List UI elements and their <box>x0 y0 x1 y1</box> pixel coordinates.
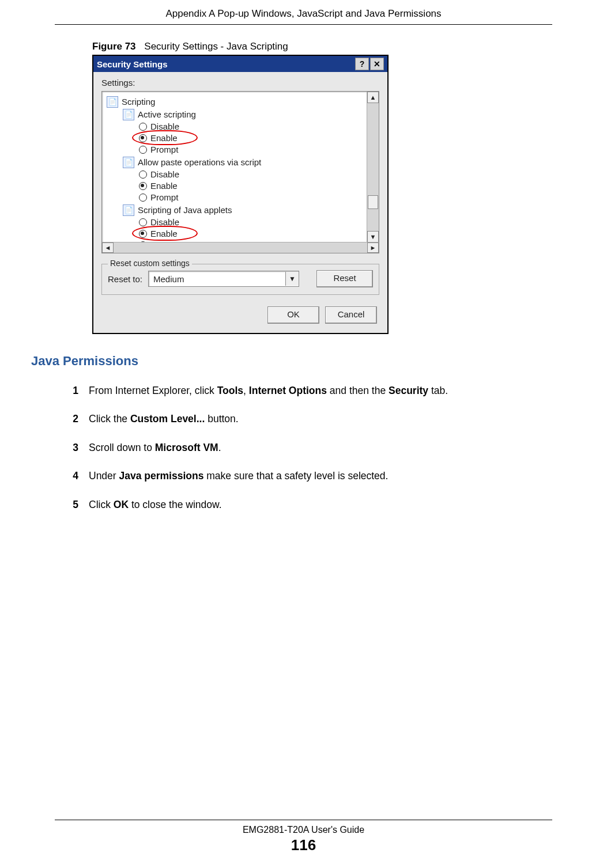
option-label: Disable <box>150 217 179 228</box>
security-settings-dialog: Security Settings ? ✕ Settings: 📄 Script… <box>92 55 389 334</box>
step-text: Click the Custom Level... button. <box>89 412 556 426</box>
page-number: 116 <box>0 836 607 854</box>
radio-icon <box>139 170 147 179</box>
vertical-scrollbar[interactable]: ▲ ▼ <box>367 92 379 242</box>
reset-fieldset: Reset custom settings Reset to: Medium ▼… <box>101 264 379 295</box>
radio-option[interactable]: Disable <box>139 217 374 228</box>
scroll-down-button[interactable]: ▼ <box>367 231 379 242</box>
settings-listbox[interactable]: 📄 Scripting 📄 Active scripting Disable E… <box>101 91 379 253</box>
tree-label: Allow paste operations via script <box>138 157 261 168</box>
radio-icon <box>139 182 147 190</box>
figure-caption: Figure 73 Security Settings - Java Scrip… <box>92 41 556 52</box>
scroll-thumb[interactable] <box>368 195 378 209</box>
tree-group-java-applets: 📄 Scripting of Java applets <box>123 204 374 216</box>
step-text: Under Java permissions make sure that a … <box>89 469 556 483</box>
step-item: 5 Click OK to close the window. <box>51 498 556 512</box>
step-text: Scroll down to Microsoft VM. <box>89 441 556 455</box>
scroll-icon: 📄 <box>107 96 118 108</box>
step-number: 3 <box>51 441 89 455</box>
step-item: 4 Under Java permissions make sure that … <box>51 469 556 483</box>
step-text: Click OK to close the window. <box>89 498 556 512</box>
figure-title: Security Settings - Java Scripting <box>144 41 288 52</box>
step-item: 2 Click the Custom Level... button. <box>51 412 556 426</box>
help-button[interactable]: ? <box>355 58 369 70</box>
reset-level-dropdown[interactable]: Medium ▼ <box>148 271 299 287</box>
scroll-left-button[interactable]: ◄ <box>102 242 114 253</box>
page-footer: EMG2881-T20A User's Guide 116 <box>0 820 607 854</box>
radio-icon <box>139 230 147 238</box>
radio-icon <box>139 194 147 202</box>
tree-group-scripting: 📄 Scripting <box>107 96 374 108</box>
cancel-button[interactable]: Cancel <box>325 306 377 324</box>
tree-label: Active scripting <box>138 109 196 120</box>
option-label: Enable <box>150 180 178 192</box>
radio-option[interactable]: Enable <box>139 132 374 144</box>
scroll-icon: 📄 <box>123 204 134 216</box>
scroll-icon: 📄 <box>123 109 134 120</box>
step-number: 5 <box>51 498 89 512</box>
option-label: Prompt <box>150 144 178 156</box>
step-item: 1 From Internet Explorer, click Tools, I… <box>51 384 556 398</box>
figure-number: Figure 73 <box>92 41 136 52</box>
radio-icon <box>139 123 147 131</box>
scroll-right-button[interactable]: ► <box>367 242 379 253</box>
option-label: Enable <box>150 228 178 240</box>
close-button[interactable]: ✕ <box>370 58 384 70</box>
horizontal-scrollbar[interactable]: ◄ ► <box>102 242 379 253</box>
tree-label: Scripting of Java applets <box>138 204 232 216</box>
scroll-up-button[interactable]: ▲ <box>367 92 379 103</box>
step-number: 2 <box>51 412 89 426</box>
radio-icon <box>139 218 147 226</box>
tree-label: Scripting <box>122 96 155 108</box>
option-label: Prompt <box>150 192 178 203</box>
radio-option[interactable]: Enable <box>139 228 374 240</box>
tree-group-active-scripting: 📄 Active scripting <box>123 109 374 120</box>
settings-label: Settings: <box>101 78 379 88</box>
radio-option[interactable]: Disable <box>139 121 374 132</box>
section-heading: Java Permissions <box>31 354 556 369</box>
dialog-titlebar: Security Settings ? ✕ <box>93 56 387 72</box>
step-text: From Internet Explorer, click Tools, Int… <box>89 384 556 398</box>
reset-button[interactable]: Reset <box>316 270 373 287</box>
page-header: Appendix A Pop-up Windows, JavaScript an… <box>0 0 607 24</box>
numbered-steps: 1 From Internet Explorer, click Tools, I… <box>51 384 556 512</box>
footer-guide-name: EMG2881-T20A User's Guide <box>0 825 607 835</box>
ok-button[interactable]: OK <box>267 306 319 324</box>
radio-icon <box>139 134 147 142</box>
radio-option[interactable]: Prompt <box>139 192 374 203</box>
radio-icon <box>139 146 147 154</box>
step-number: 4 <box>51 469 89 483</box>
option-label: Disable <box>150 121 179 132</box>
radio-option[interactable]: Enable <box>139 180 374 192</box>
fieldset-legend: Reset custom settings <box>108 259 192 268</box>
dropdown-value: Medium <box>149 274 285 284</box>
radio-option[interactable]: Prompt <box>139 144 374 156</box>
option-label: Disable <box>150 169 179 180</box>
dialog-title: Security Settings <box>97 59 168 69</box>
chevron-down-icon[interactable]: ▼ <box>285 272 299 286</box>
radio-option[interactable]: Disable <box>139 169 374 180</box>
tree-group-paste: 📄 Allow paste operations via script <box>123 157 374 168</box>
reset-label: Reset to: <box>108 274 142 284</box>
scroll-icon: 📄 <box>123 157 134 168</box>
option-label: Enable <box>150 132 178 144</box>
step-item: 3 Scroll down to Microsoft VM. <box>51 441 556 455</box>
step-number: 1 <box>51 384 89 398</box>
